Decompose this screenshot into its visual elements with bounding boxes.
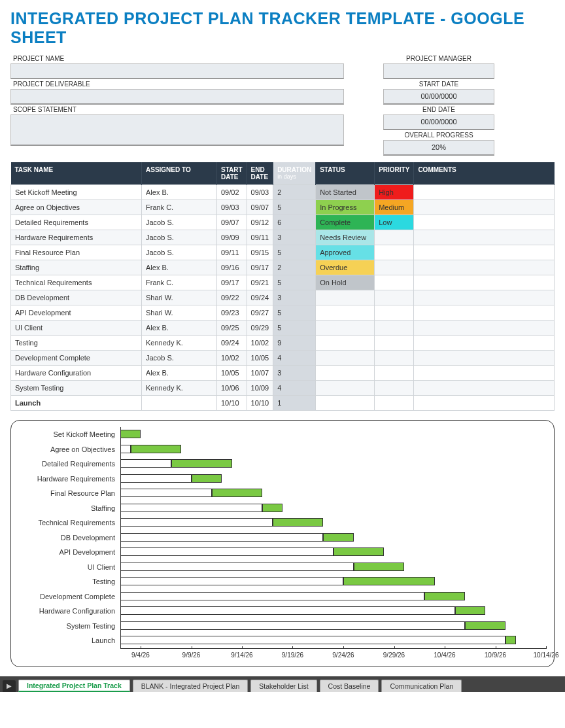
- project-manager-input[interactable]: [383, 63, 494, 79]
- cell-priority[interactable]: High: [375, 185, 414, 200]
- cell-duration[interactable]: 3: [273, 290, 316, 305]
- sheet-tab[interactable]: Communication Plan: [381, 680, 462, 692]
- cell-assigned[interactable]: Alex B.: [142, 260, 217, 275]
- cell-assigned[interactable]: Shari W.: [142, 305, 217, 321]
- cell-end[interactable]: 10/10: [247, 396, 273, 411]
- cell-task[interactable]: Agree on Objectives: [11, 200, 142, 215]
- cell-assigned[interactable]: Shari W.: [142, 290, 217, 305]
- cell-task[interactable]: Testing: [11, 336, 142, 351]
- table-row[interactable]: Agree on ObjectivesFrank C.09/0309/075In…: [11, 200, 555, 215]
- cell-comments[interactable]: [414, 260, 555, 275]
- cell-duration[interactable]: 5: [273, 275, 316, 290]
- cell-priority[interactable]: [375, 230, 414, 245]
- cell-assigned[interactable]: Alex B.: [142, 321, 217, 336]
- cell-status[interactable]: Complete: [316, 215, 375, 230]
- sheet-nav-play-icon[interactable]: ▶: [3, 680, 16, 692]
- cell-duration[interactable]: 4: [273, 381, 316, 396]
- cell-duration[interactable]: 6: [273, 215, 316, 230]
- table-row[interactable]: TestingKennedy K.09/2410/029: [11, 336, 555, 351]
- table-row[interactable]: API DevelopmentShari W.09/2309/275: [11, 305, 555, 321]
- cell-comments[interactable]: [414, 336, 555, 351]
- table-row[interactable]: Technical RequirementsFrank C.09/1709/21…: [11, 275, 555, 290]
- cell-start[interactable]: 10/05: [217, 366, 247, 381]
- th-priority[interactable]: PRIORITY: [375, 162, 414, 185]
- cell-task[interactable]: System Testing: [11, 381, 142, 396]
- cell-duration[interactable]: 3: [273, 366, 316, 381]
- cell-status[interactable]: Overdue: [316, 260, 375, 275]
- cell-start[interactable]: 09/03: [217, 200, 247, 215]
- cell-status[interactable]: [316, 321, 375, 336]
- cell-start[interactable]: 09/24: [217, 336, 247, 351]
- table-row[interactable]: UI ClientAlex B.09/2509/295: [11, 321, 555, 336]
- cell-comments[interactable]: [414, 230, 555, 245]
- table-row[interactable]: StaffingAlex B.09/1609/172Overdue: [11, 260, 555, 275]
- cell-assigned[interactable]: Alex B.: [142, 185, 217, 200]
- cell-task[interactable]: Staffing: [11, 260, 142, 275]
- cell-priority[interactable]: Low: [375, 215, 414, 230]
- cell-assigned[interactable]: Jacob S.: [142, 351, 217, 366]
- th-end[interactable]: END DATE: [247, 162, 273, 185]
- cell-priority[interactable]: [375, 336, 414, 351]
- cell-status[interactable]: [316, 305, 375, 321]
- cell-comments[interactable]: [414, 290, 555, 305]
- cell-start[interactable]: 09/09: [217, 230, 247, 245]
- cell-comments[interactable]: [414, 396, 555, 411]
- cell-status[interactable]: Needs Review: [316, 230, 375, 245]
- cell-end[interactable]: 10/09: [247, 381, 273, 396]
- table-row[interactable]: System TestingKennedy K.10/0610/094: [11, 381, 555, 396]
- table-row[interactable]: Set Kickoff MeetingAlex B.09/0209/032Not…: [11, 185, 555, 200]
- sheet-tab[interactable]: BLANK - Integrated Project Plan: [133, 680, 248, 692]
- cell-comments[interactable]: [414, 381, 555, 396]
- cell-duration[interactable]: 3: [273, 230, 316, 245]
- cell-end[interactable]: 09/17: [247, 260, 273, 275]
- cell-end[interactable]: 09/11: [247, 230, 273, 245]
- cell-comments[interactable]: [414, 185, 555, 200]
- cell-assigned[interactable]: Jacob S.: [142, 215, 217, 230]
- cell-comments[interactable]: [414, 351, 555, 366]
- cell-status[interactable]: [316, 336, 375, 351]
- cell-end[interactable]: 10/05: [247, 351, 273, 366]
- cell-start[interactable]: 09/17: [217, 275, 247, 290]
- cell-end[interactable]: 10/02: [247, 336, 273, 351]
- cell-start[interactable]: 09/07: [217, 215, 247, 230]
- cell-task[interactable]: Final Resource Plan: [11, 245, 142, 260]
- cell-end[interactable]: 09/03: [247, 185, 273, 200]
- cell-task[interactable]: Detailed Requirements: [11, 215, 142, 230]
- cell-start[interactable]: 09/23: [217, 305, 247, 321]
- table-row[interactable]: Detailed RequirementsJacob S.09/0709/126…: [11, 215, 555, 230]
- cell-duration[interactable]: 5: [273, 321, 316, 336]
- cell-priority[interactable]: [375, 275, 414, 290]
- cell-status[interactable]: In Progress: [316, 200, 375, 215]
- cell-task[interactable]: Technical Requirements: [11, 275, 142, 290]
- cell-task[interactable]: Hardware Requirements: [11, 230, 142, 245]
- cell-comments[interactable]: [414, 321, 555, 336]
- cell-start[interactable]: 09/11: [217, 245, 247, 260]
- cell-comments[interactable]: [414, 275, 555, 290]
- cell-comments[interactable]: [414, 245, 555, 260]
- cell-priority[interactable]: [375, 260, 414, 275]
- cell-assigned[interactable]: Alex B.: [142, 366, 217, 381]
- project-deliverable-input[interactable]: [10, 89, 344, 105]
- start-date-input[interactable]: 00/00/0000: [383, 89, 494, 105]
- cell-task[interactable]: API Development: [11, 305, 142, 321]
- cell-status[interactable]: [316, 366, 375, 381]
- cell-priority[interactable]: [375, 366, 414, 381]
- cell-duration[interactable]: 5: [273, 305, 316, 321]
- cell-status[interactable]: [316, 381, 375, 396]
- cell-status[interactable]: [316, 290, 375, 305]
- th-duration[interactable]: DURATIONin days: [273, 162, 316, 185]
- cell-status[interactable]: Not Started: [316, 185, 375, 200]
- table-row[interactable]: Launch10/1010/101: [11, 396, 555, 411]
- cell-priority[interactable]: Medium: [375, 200, 414, 215]
- cell-priority[interactable]: [375, 396, 414, 411]
- cell-start[interactable]: 09/16: [217, 260, 247, 275]
- cell-comments[interactable]: [414, 200, 555, 215]
- end-date-input[interactable]: 00/00/0000: [383, 114, 494, 130]
- th-assigned[interactable]: ASSIGNED TO: [142, 162, 217, 185]
- scope-statement-input[interactable]: [10, 114, 344, 146]
- cell-task[interactable]: Set Kickoff Meeting: [11, 185, 142, 200]
- table-row[interactable]: Hardware RequirementsJacob S.09/0909/113…: [11, 230, 555, 245]
- task-table[interactable]: TASK NAME ASSIGNED TO START DATE END DAT…: [10, 162, 555, 411]
- sheet-tab[interactable]: Cost Baseline: [320, 680, 379, 692]
- cell-end[interactable]: 09/07: [247, 200, 273, 215]
